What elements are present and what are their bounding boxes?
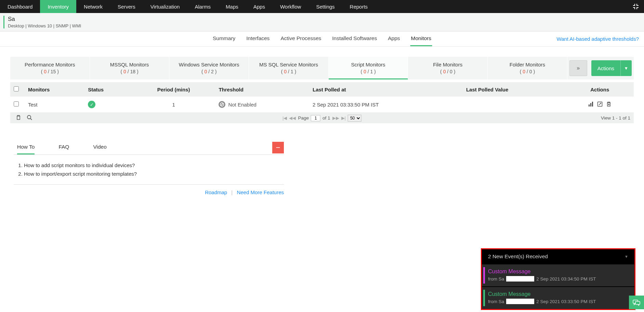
need-more-features-link[interactable]: Need More Features xyxy=(237,189,284,195)
nav-reports[interactable]: Reports xyxy=(342,0,376,13)
col-period: Period (mins) xyxy=(132,82,215,97)
mtab-label: Windows Service Monitors xyxy=(172,62,246,67)
mtab-performance[interactable]: Performance Monitors ( 0 / 15 ) xyxy=(10,57,90,79)
page-size-select[interactable]: 50 xyxy=(348,115,362,122)
svg-point-6 xyxy=(27,115,31,119)
adaptive-thresholds-link[interactable]: Want AI-based adaptive thresholds? xyxy=(557,36,639,42)
nav-apps[interactable]: Apps xyxy=(246,0,273,13)
col-last-polled-value: Last Polled Value xyxy=(463,82,566,97)
chevron-down-icon: ▾ xyxy=(620,60,632,76)
view-count: View 1 - 1 of 1 xyxy=(601,115,630,121)
tab-interfaces[interactable]: Interfaces xyxy=(246,32,270,46)
page-of: of 1 xyxy=(323,115,330,121)
monitors-table: Monitors Status Period (mins) Threshold … xyxy=(10,82,634,113)
mtab-count: ( 0 / 0 ) xyxy=(490,69,564,74)
mtab-label: Performance Monitors xyxy=(13,62,87,67)
mtab-count: ( 0 / 1 ) xyxy=(252,69,326,74)
edit-icon[interactable] xyxy=(596,101,604,107)
mtab-label: Script Monitors xyxy=(331,62,405,67)
first-page-icon[interactable]: |◀ xyxy=(282,115,287,121)
disabled-icon xyxy=(219,101,225,108)
monitor-type-tabs: Performance Monitors ( 0 / 15 ) MSSQL Mo… xyxy=(10,57,634,79)
nav-maps[interactable]: Maps xyxy=(218,0,246,13)
sub-tabs: Summary Interfaces Active Processes Inst… xyxy=(0,32,644,47)
page-label: Page xyxy=(298,115,309,121)
mtab-count: ( 0 / 1 ) xyxy=(331,69,405,74)
col-actions: Actions xyxy=(566,82,634,97)
table-row: Test ✓ 1 Not Enabled 2 Sep 2021 03:33:50… xyxy=(10,97,634,113)
col-status: Status xyxy=(84,82,132,97)
roadmap-link[interactable]: Roadmap xyxy=(205,189,227,195)
svg-rect-3 xyxy=(590,103,591,107)
nav-settings[interactable]: Settings xyxy=(308,0,342,13)
help-tab-faq[interactable]: FAQ xyxy=(58,144,69,154)
tab-monitors[interactable]: Monitors xyxy=(410,32,432,46)
tab-active-processes[interactable]: Active Processes xyxy=(280,32,322,46)
mtab-count: ( 0 / 18 ) xyxy=(93,69,167,74)
nav-workflow[interactable]: Workflow xyxy=(273,0,308,13)
table-footer: |◀ ◀◀ Page of 1 ▶▶ ▶| 50 View 1 - 1 of 1 xyxy=(10,113,634,123)
help-tab-video[interactable]: Video xyxy=(93,144,106,154)
next-page-icon[interactable]: ▶▶ xyxy=(332,115,339,121)
svg-line-7 xyxy=(30,118,32,120)
tab-apps[interactable]: Apps xyxy=(387,32,400,46)
last-page-icon[interactable]: ▶| xyxy=(341,115,346,121)
pager: |◀ ◀◀ Page of 1 ▶▶ ▶| 50 xyxy=(282,115,362,122)
top-nav: Dashboard Inventory Network Servers Virt… xyxy=(0,0,644,13)
help-item[interactable]: How to add script monitors to individual… xyxy=(24,161,284,170)
minus-icon: − xyxy=(276,143,280,152)
actions-label: Actions xyxy=(591,65,620,71)
chevron-double-right-icon: » xyxy=(577,65,580,71)
threshold-not-enabled: Not Enabled xyxy=(219,101,257,108)
page-header: Sa Desktop | Windows 10 | SNMP | WMI xyxy=(0,13,644,32)
mtab-windows-service[interactable]: Windows Service Monitors ( 0 / 2 ) xyxy=(169,57,249,79)
col-last-polled-at: Last Polled at xyxy=(309,82,463,97)
help-tab-howto[interactable]: How To xyxy=(17,144,35,154)
mtab-label: Folder Monitors xyxy=(490,62,564,67)
col-monitors: Monitors xyxy=(25,82,84,97)
mtab-script[interactable]: Script Monitors ( 0 / 1 ) xyxy=(329,57,408,79)
prev-page-icon[interactable]: ◀◀ xyxy=(289,115,296,121)
mtab-file[interactable]: File Monitors ( 0 / 0 ) xyxy=(408,57,488,79)
nav-servers[interactable]: Servers xyxy=(110,0,143,13)
cell-monitor-name[interactable]: Test xyxy=(25,97,84,113)
nav-network[interactable]: Network xyxy=(76,0,110,13)
delete-icon[interactable] xyxy=(605,101,613,107)
nav-dashboard[interactable]: Dashboard xyxy=(0,0,40,13)
tab-summary[interactable]: Summary xyxy=(212,32,236,46)
mtab-label: MSSQL Monitors xyxy=(93,62,167,67)
status-ok-icon: ✓ xyxy=(88,101,95,108)
cell-period: 1 xyxy=(132,97,215,113)
chart-icon[interactable] xyxy=(587,101,595,107)
row-checkbox[interactable] xyxy=(14,101,19,107)
help-item[interactable]: How to import/export script monitoring t… xyxy=(24,170,284,178)
cell-last-polled-value xyxy=(463,97,566,113)
mtab-label: File Monitors xyxy=(411,62,485,67)
help-collapse-button[interactable]: − xyxy=(272,142,284,153)
nav-inventory[interactable]: Inventory xyxy=(40,0,76,13)
mtab-count: ( 0 / 15 ) xyxy=(13,69,87,74)
device-title: Sa xyxy=(8,16,639,23)
svg-rect-4 xyxy=(592,102,593,107)
mtab-count: ( 0 / 0 ) xyxy=(411,69,485,74)
nav-alarms[interactable]: Alarms xyxy=(187,0,218,13)
nav-virtualization[interactable]: Virtualization xyxy=(143,0,187,13)
col-threshold: Threshold xyxy=(215,82,309,97)
device-meta: Desktop | Windows 10 | SNMP | WMI xyxy=(8,23,639,28)
cell-last-polled-at: 2 Sep 2021 03:33:50 PM IST xyxy=(309,97,463,113)
actions-dropdown[interactable]: Actions ▾ xyxy=(591,60,632,76)
mtab-mssql[interactable]: MSSQL Monitors ( 0 / 18 ) xyxy=(90,57,170,79)
mtab-mssql-service[interactable]: MS SQL Service Monitors ( 0 / 1 ) xyxy=(249,57,329,79)
mtab-label: MS SQL Service Monitors xyxy=(252,62,326,67)
svg-line-1 xyxy=(221,103,223,106)
bulk-delete-icon[interactable] xyxy=(14,115,23,120)
svg-rect-2 xyxy=(589,104,590,107)
page-input[interactable] xyxy=(311,115,320,121)
help-section: How To FAQ Video − How to add script mon… xyxy=(14,144,284,195)
tab-installed-softwares[interactable]: Installed Softwares xyxy=(331,32,378,46)
mtab-folder[interactable]: Folder Monitors ( 0 / 0 ) xyxy=(488,57,567,79)
search-icon[interactable] xyxy=(25,115,34,120)
select-all-checkbox[interactable] xyxy=(14,86,19,91)
fullscreen-exit-icon[interactable] xyxy=(628,3,644,10)
more-tabs-button[interactable]: » xyxy=(569,60,587,76)
